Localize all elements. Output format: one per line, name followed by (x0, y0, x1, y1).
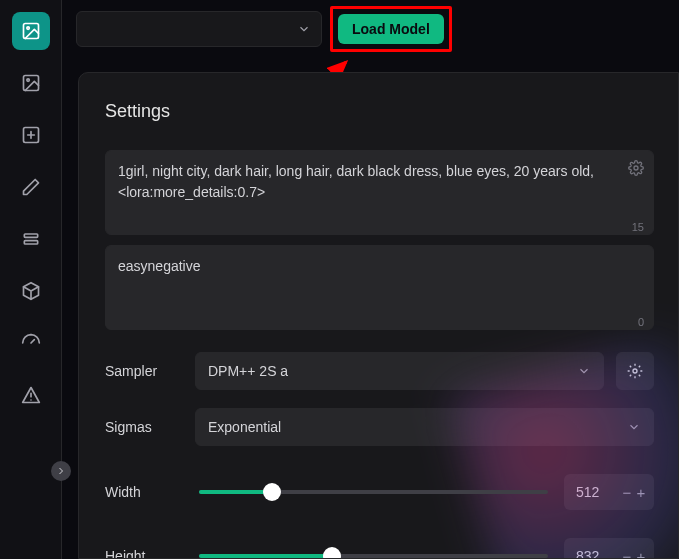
settings-panel: Settings 15 0 Sampler DPM++ 2S a (78, 72, 679, 559)
width-label: Width (105, 484, 183, 500)
nav-txt2img[interactable] (12, 12, 50, 50)
sigmas-select[interactable]: Exponential (195, 408, 654, 446)
height-label: Height (105, 548, 183, 559)
sampler-value: DPM++ 2S a (208, 363, 288, 379)
svg-point-1 (26, 27, 28, 29)
sidebar-expand-button[interactable] (51, 461, 71, 481)
height-slider[interactable] (199, 546, 548, 559)
prompt-settings-button[interactable] (628, 160, 644, 180)
height-decrement[interactable]: − (620, 546, 634, 559)
load-model-button[interactable]: Load Model (338, 14, 444, 44)
prompt-token-count: 15 (632, 221, 644, 233)
nav-cube[interactable] (12, 272, 50, 310)
svg-point-8 (634, 166, 638, 170)
height-value[interactable]: 832 (576, 548, 620, 559)
height-increment[interactable]: + (634, 546, 648, 559)
chevron-down-icon (297, 22, 311, 36)
nav-img2img[interactable] (12, 64, 50, 102)
annotation-highlight: Load Model (330, 6, 452, 52)
nav-performance[interactable] (12, 324, 50, 362)
sampler-label: Sampler (105, 363, 183, 379)
negative-token-count: 0 (638, 316, 644, 328)
sampler-settings-button[interactable] (616, 352, 654, 390)
sigmas-value: Exponential (208, 419, 281, 435)
sidebar (0, 0, 62, 559)
nav-edit[interactable] (12, 168, 50, 206)
svg-point-9 (633, 369, 637, 373)
svg-rect-5 (24, 234, 37, 237)
prompt-input[interactable] (105, 150, 654, 235)
width-increment[interactable]: + (634, 482, 648, 502)
svg-rect-6 (24, 241, 37, 244)
width-decrement[interactable]: − (620, 482, 634, 502)
negative-prompt-input[interactable] (105, 245, 654, 330)
sigmas-label: Sigmas (105, 419, 183, 435)
width-value[interactable]: 512 (576, 484, 620, 500)
chevron-down-icon (577, 364, 591, 378)
chevron-down-icon (627, 420, 641, 434)
nav-warning[interactable] (12, 376, 50, 414)
sampler-select[interactable]: DPM++ 2S a (195, 352, 604, 390)
nav-add[interactable] (12, 116, 50, 154)
svg-point-3 (26, 79, 28, 82)
settings-title: Settings (105, 101, 678, 122)
nav-stack[interactable] (12, 220, 50, 258)
topbar: Load Model (62, 0, 679, 58)
model-select[interactable] (76, 11, 322, 47)
width-slider[interactable] (199, 482, 548, 502)
